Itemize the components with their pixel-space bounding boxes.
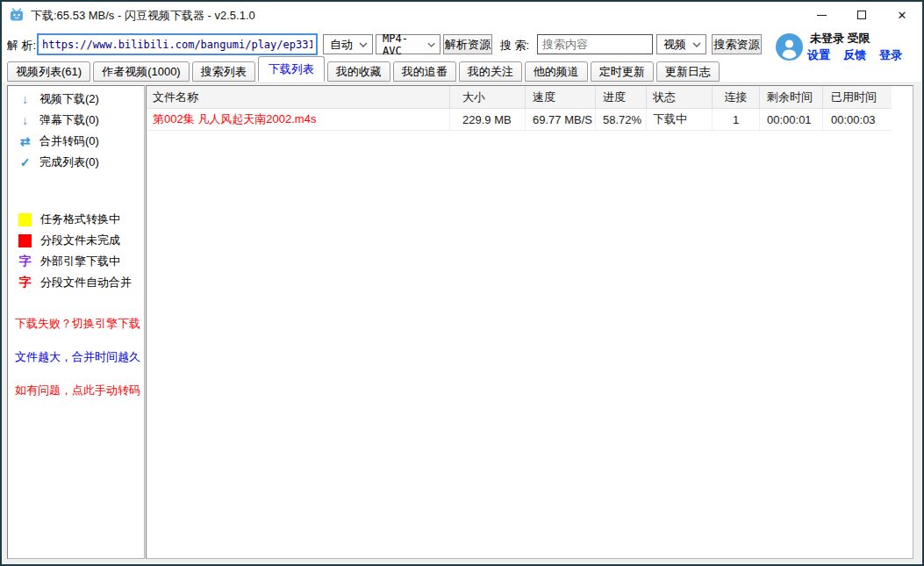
tab-strip: 视频列表(61) 作者视频(1000) 搜索列表 下载列表 我的收藏 我的追番 … bbox=[7, 54, 720, 82]
cell-status: 下载中 bbox=[647, 109, 713, 131]
column-header-filename[interactable]: 文件名称 bbox=[147, 86, 450, 108]
table-header: 文件名称 大小 速度 进度 状态 连接 剩余时间 已用时间 bbox=[147, 86, 892, 109]
content-area: ↓ 视频下载(2) ↓ 弹幕下载(0) ⇄ 合并转码(0) ✓ 完成列表(0) bbox=[2, 82, 922, 564]
sidebar-item-label: 合并转码(0) bbox=[39, 133, 99, 149]
purple-text-icon: 字 bbox=[18, 254, 32, 269]
app-icon bbox=[10, 8, 24, 22]
chevron-down-icon bbox=[359, 42, 368, 47]
feedback-link[interactable]: 反馈 bbox=[843, 47, 866, 63]
tab-scheduled-update[interactable]: 定时更新 bbox=[591, 61, 654, 82]
yellow-swatch-icon bbox=[18, 213, 32, 226]
chevron-down-icon bbox=[692, 42, 701, 47]
titlebar: 下载:65.53 MB/s - 闪豆视频下载器 - v2.5.1.0 ✕ bbox=[2, 2, 922, 28]
sidebar-item-merge-transcode[interactable]: ⇄ 合并转码(0) bbox=[8, 131, 144, 152]
login-status: 未登录 受限 bbox=[810, 31, 870, 47]
close-button[interactable]: ✕ bbox=[882, 2, 922, 28]
hint-merge-time: 文件越大，合并时间越久 bbox=[15, 349, 142, 365]
sidebar-item-completed-list[interactable]: ✓ 完成列表(0) bbox=[8, 152, 144, 173]
column-header-status[interactable]: 状态 bbox=[647, 86, 713, 108]
table-row[interactable]: 第002集 凡人风起天南2002.m4s 229.9 MB 69.77 MB/S… bbox=[147, 109, 892, 131]
tab-download-list[interactable]: 下载列表 bbox=[258, 56, 325, 82]
user-links: 设置 反馈 登录 bbox=[807, 47, 902, 63]
window-controls: ✕ bbox=[801, 2, 922, 28]
check-icon: ✓ bbox=[18, 155, 32, 169]
sidebar-item-label: 弹幕下载(0) bbox=[39, 112, 99, 128]
tab-my-bangumi[interactable]: 我的追番 bbox=[393, 61, 456, 82]
legend-item-auto-merge: 字 分段文件自动合并 bbox=[8, 272, 144, 293]
app-window: 下载:65.53 MB/s - 闪豆视频下载器 - v2.5.1.0 ✕ 解 析… bbox=[0, 0, 924, 566]
cell-elapsed: 00:00:03 bbox=[823, 109, 892, 131]
close-icon: ✕ bbox=[898, 10, 907, 21]
legend-item-external-engine: 字 外部引擎下载中 bbox=[8, 251, 144, 272]
sidebar-item-label: 完成列表(0) bbox=[39, 154, 99, 170]
format-select-value: MP4-AVC bbox=[383, 32, 424, 57]
parse-resource-button[interactable]: 解析资源 bbox=[443, 34, 492, 54]
download-arrow-icon: ↓ bbox=[18, 92, 32, 106]
parse-label: 解 析: bbox=[7, 38, 36, 54]
maximize-icon bbox=[857, 11, 866, 19]
login-link[interactable]: 登录 bbox=[879, 47, 902, 63]
swap-arrows-icon: ⇄ bbox=[18, 134, 32, 148]
cell-remaining: 00:00:01 bbox=[760, 109, 823, 131]
quality-select[interactable]: 自动 bbox=[323, 34, 373, 54]
cell-filename: 第002集 凡人风起天南2002.m4s bbox=[147, 109, 450, 131]
minimize-icon bbox=[817, 15, 827, 16]
search-type-value: 视频 bbox=[663, 37, 686, 53]
cell-connections: 1 bbox=[713, 109, 760, 131]
download-table-panel: 文件名称 大小 速度 进度 状态 连接 剩余时间 已用时间 第002集 凡人风起… bbox=[146, 85, 913, 559]
legend-label: 分段文件自动合并 bbox=[40, 275, 132, 290]
column-header-connections[interactable]: 连接 bbox=[713, 86, 760, 108]
tab-search-list[interactable]: 搜索列表 bbox=[192, 61, 255, 82]
column-header-speed[interactable]: 速度 bbox=[526, 86, 596, 108]
download-arrow-icon: ↓ bbox=[18, 113, 32, 127]
cell-speed: 69.77 MB/S bbox=[526, 109, 596, 131]
column-header-progress[interactable]: 进度 bbox=[596, 86, 647, 108]
format-select[interactable]: MP4-AVC bbox=[376, 34, 441, 54]
hint-switch-engine[interactable]: 下载失败？切换引擎下载 bbox=[15, 316, 142, 332]
column-header-elapsed[interactable]: 已用时间 bbox=[823, 86, 892, 108]
window-title: 下载:65.53 MB/s - 闪豆视频下载器 - v2.5.1.0 bbox=[31, 8, 255, 24]
sidebar-item-label: 视频下载(2) bbox=[39, 91, 99, 107]
column-header-size[interactable]: 大小 bbox=[450, 86, 526, 108]
legend-label: 任务格式转换中 bbox=[40, 211, 120, 227]
legend-item-segment-incomplete: 分段文件未完成 bbox=[8, 230, 144, 251]
red-text-icon: 字 bbox=[18, 275, 32, 290]
sidebar-hints: 下载失败？切换引擎下载 文件越大，合并时间越久 如有问题，点此手动转码 bbox=[15, 316, 142, 416]
maximize-button[interactable] bbox=[842, 2, 882, 28]
settings-link[interactable]: 设置 bbox=[807, 47, 830, 63]
search-label: 搜 索: bbox=[500, 38, 529, 54]
tab-my-following[interactable]: 我的关注 bbox=[459, 61, 522, 82]
tab-video-list[interactable]: 视频列表(61) bbox=[7, 61, 90, 82]
tab-changelog[interactable]: 更新日志 bbox=[656, 61, 720, 82]
search-type-select[interactable]: 视频 bbox=[656, 34, 706, 54]
download-nav-list: ↓ 视频下载(2) ↓ 弹幕下载(0) ⇄ 合并转码(0) ✓ 完成列表(0) bbox=[8, 89, 144, 173]
tab-my-favorites[interactable]: 我的收藏 bbox=[327, 61, 390, 82]
sidebar-panel: ↓ 视频下载(2) ↓ 弹幕下载(0) ⇄ 合并转码(0) ✓ 完成列表(0) bbox=[7, 85, 145, 559]
chevron-down-icon bbox=[427, 42, 435, 47]
quality-select-value: 自动 bbox=[330, 37, 353, 53]
avatar[interactable] bbox=[776, 33, 803, 61]
cell-size: 229.9 MB bbox=[450, 109, 526, 131]
sidebar-item-danmaku-download[interactable]: ↓ 弹幕下载(0) bbox=[8, 110, 144, 131]
column-header-remaining[interactable]: 剩余时间 bbox=[760, 86, 823, 108]
red-swatch-icon bbox=[18, 234, 32, 247]
minimize-button[interactable] bbox=[801, 2, 842, 28]
legend-label: 外部引擎下载中 bbox=[40, 254, 120, 269]
status-legend: 任务格式转换中 分段文件未完成 字 外部引擎下载中 字 分段文件自动合并 bbox=[8, 209, 144, 293]
tab-author-videos[interactable]: 作者视频(1000) bbox=[93, 61, 190, 82]
tab-his-channel[interactable]: 他的频道 bbox=[525, 61, 588, 82]
url-input[interactable] bbox=[37, 33, 318, 55]
hint-manual-transcode[interactable]: 如有问题，点此手动转码 bbox=[15, 383, 142, 398]
search-input[interactable] bbox=[537, 34, 653, 54]
legend-item-converting: 任务格式转换中 bbox=[8, 209, 144, 230]
search-resource-button[interactable]: 搜索资源 bbox=[712, 34, 762, 54]
sidebar-item-video-download[interactable]: ↓ 视频下载(2) bbox=[8, 89, 144, 110]
legend-label: 分段文件未完成 bbox=[40, 233, 120, 248]
cell-progress: 58.72% bbox=[596, 109, 647, 131]
